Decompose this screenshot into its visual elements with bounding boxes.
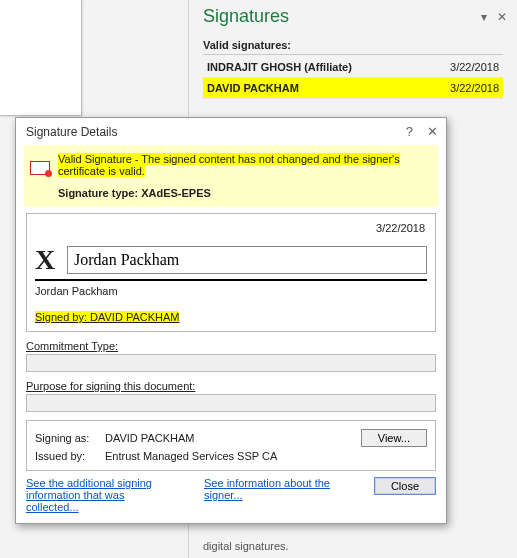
validity-banner: Valid Signature - The signed content has… <box>24 145 438 207</box>
panel-subheader: Valid signatures: <box>203 39 503 55</box>
signature-row[interactable]: INDRAJIT GHOSH (Affiliate) 3/22/2018 <box>203 57 503 78</box>
signature-name: INDRAJIT GHOSH (Affiliate) <box>207 61 352 73</box>
panel-footer-text: digital signatures. <box>203 540 503 552</box>
signature-type-value: XAdES-EPES <box>141 187 211 199</box>
issued-by-value: Entrust Managed Services SSP CA <box>105 450 427 462</box>
signature-date: 3/22/2018 <box>450 61 499 73</box>
purpose-label: Purpose for signing this document: <box>26 380 436 392</box>
view-button[interactable]: View... <box>361 429 427 447</box>
signer-info-box: Signing as: DAVID PACKHAM View... Issued… <box>26 420 436 471</box>
signature-input[interactable] <box>67 246 427 274</box>
signature-date: 3/22/2018 <box>450 82 499 94</box>
commitment-type-field <box>26 354 436 372</box>
commitment-type-label: Commitment Type: <box>26 340 436 352</box>
close-button[interactable]: Close <box>374 477 436 495</box>
signature-row-selected[interactable]: DAVID PACKHAM 3/22/2018 <box>203 78 503 99</box>
document-page-preview <box>0 0 82 116</box>
help-icon[interactable]: ? <box>406 124 413 139</box>
panel-options-icon[interactable]: ▾ <box>481 10 487 24</box>
additional-info-link[interactable]: See the additional signing information t… <box>26 477 176 513</box>
printed-name: Jordan Packham <box>35 285 427 297</box>
signature-details-dialog: Signature Details ? ✕ Valid Signature - … <box>15 117 447 524</box>
signature-type-label: Signature type: <box>58 187 138 199</box>
signing-as-label: Signing as: <box>35 432 105 444</box>
signature-name: DAVID PACKHAM <box>207 82 299 94</box>
panel-title: Signatures <box>203 6 289 27</box>
panel-close-icon[interactable]: ✕ <box>497 10 507 24</box>
dialog-close-icon[interactable]: ✕ <box>427 124 438 139</box>
purpose-field <box>26 394 436 412</box>
signed-by-text: Signed by: DAVID PACKHAM <box>35 311 179 323</box>
signature-x-mark: X <box>35 244 67 276</box>
certificate-icon <box>30 161 50 175</box>
signing-as-value: DAVID PACKHAM <box>105 432 361 444</box>
dialog-title: Signature Details <box>26 125 117 139</box>
signature-block: 3/22/2018 X Jordan Packham Signed by: DA… <box>26 213 436 332</box>
signature-block-date: 3/22/2018 <box>35 220 427 244</box>
issued-by-label: Issued by: <box>35 450 105 462</box>
signer-info-link[interactable]: See information about the signer... <box>204 477 354 513</box>
validity-message: Valid Signature - The signed content has… <box>58 153 400 177</box>
